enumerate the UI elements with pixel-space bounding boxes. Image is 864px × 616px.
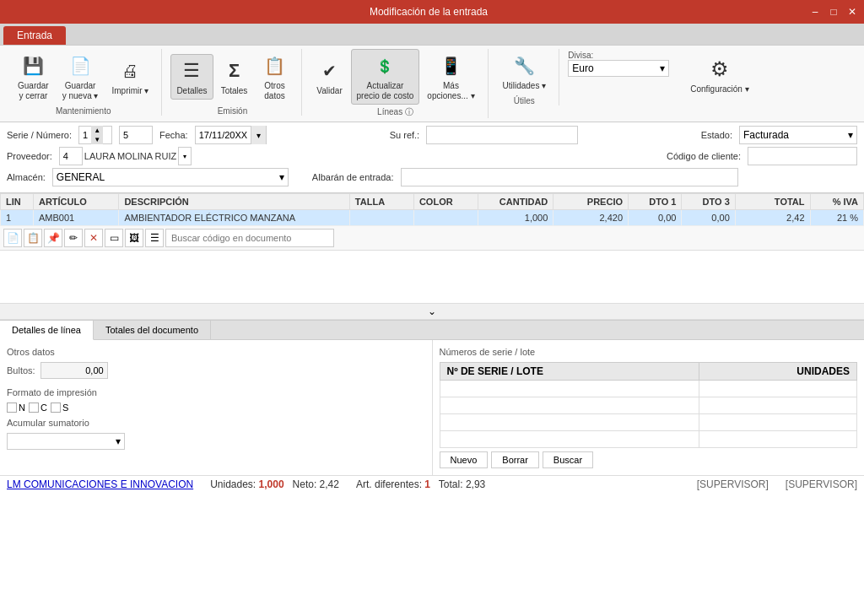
print-icon: 🖨 bbox=[116, 57, 143, 84]
validar-button[interactable]: ✔ Validar bbox=[310, 54, 349, 100]
collapse-row[interactable]: ⌄ bbox=[0, 303, 864, 320]
serie-empty-row-3 bbox=[440, 414, 857, 431]
table-row[interactable]: 1 AMB001 AMBIENTADOR ELÉCTRICO MANZANA 1… bbox=[1, 210, 864, 226]
minimize-button[interactable]: – bbox=[807, 3, 824, 20]
serie-buttons: Nuevo Borrar Buscar bbox=[440, 451, 858, 468]
configuracion-icon: ⚙ bbox=[706, 56, 733, 83]
table-section: LIN ARTÍCULO DESCRIPCIÓN TALLA COLOR CAN… bbox=[0, 193, 864, 303]
ribbon-group-mostrar: ✔ Validar 💲 Actualizarprecio de costo 📱 … bbox=[304, 49, 489, 118]
configuracion-button[interactable]: ⚙ Configuración ▾ bbox=[684, 52, 754, 98]
cell-talla bbox=[349, 210, 413, 226]
toolbar-copy-btn[interactable]: 📋 bbox=[24, 229, 42, 247]
cell-descripcion: AMBIENTADOR ELÉCTRICO MANZANA bbox=[119, 210, 349, 226]
cell-articulo: AMB001 bbox=[33, 210, 118, 226]
serie-spinner[interactable]: 1 ▲ ▼ bbox=[78, 126, 112, 144]
toolbar-edit-btn[interactable]: ✏ bbox=[64, 229, 83, 247]
ribbon-buttons-mostrar: ✔ Validar 💲 Actualizarprecio de costo 📱 … bbox=[310, 49, 481, 105]
checkbox-s[interactable] bbox=[51, 403, 61, 413]
art-status: Art. diferentes: 1 Total: 2,93 bbox=[356, 478, 485, 490]
albaran-label: Albarán de entrada: bbox=[312, 172, 394, 182]
col-header-color: COLOR bbox=[413, 194, 478, 210]
ribbon-label-mantenimiento: Mantenimiento bbox=[56, 106, 111, 116]
divisa-label: Divisa: bbox=[568, 51, 669, 60]
proveedor-dropdown-btn[interactable]: ▾ bbox=[178, 147, 192, 165]
cell-dto3: 0,00 bbox=[682, 210, 735, 226]
mas-opciones-icon: 📱 bbox=[437, 52, 464, 79]
checkbox-n-wrap: N bbox=[7, 403, 25, 413]
mas-opciones-button[interactable]: 📱 Másopciones... ▾ bbox=[421, 49, 480, 105]
checkbox-c[interactable] bbox=[29, 403, 39, 413]
proveedor-wrap: LAURA MOLINA RUIZ ▾ bbox=[59, 147, 192, 165]
tab-detalles-linea[interactable]: Detalles de línea bbox=[0, 321, 94, 340]
col-header-talla: TALLA bbox=[349, 194, 413, 210]
toolbar-img2-btn[interactable]: 🖼 bbox=[125, 229, 143, 247]
main-window: Modificación de la entrada – □ ✕ Entrada… bbox=[0, 0, 864, 616]
cell-cantidad: 1,000 bbox=[478, 210, 553, 226]
numero-input[interactable] bbox=[119, 126, 153, 144]
tab-totales-documento[interactable]: Totales del documento bbox=[94, 321, 211, 339]
bottom-content: Otros datos Bultos: Formato de impresión… bbox=[0, 340, 864, 475]
ribbon-label-emision: Emisión bbox=[218, 106, 248, 116]
save-new-icon: 📄 bbox=[67, 52, 94, 79]
checkbox-s-wrap: S bbox=[51, 403, 68, 413]
company-link[interactable]: LM COMUNICACIONES E INNOVACION bbox=[7, 478, 193, 490]
otros-datos-title: Otros datos bbox=[7, 347, 425, 357]
albaran-input[interactable] bbox=[401, 168, 738, 186]
codigo-cliente-input[interactable] bbox=[748, 147, 857, 165]
col-header-articulo: ARTÍCULO bbox=[33, 194, 118, 210]
detalles-button[interactable]: ☰ Detalles bbox=[170, 54, 213, 100]
form-area: Serie / Número: 1 ▲ ▼ Fecha: 17/11/20XX … bbox=[0, 122, 864, 193]
utilidades-button[interactable]: 🔧 Utilidades ▾ bbox=[497, 49, 553, 95]
bottom-left-panel: Otros datos Bultos: Formato de impresión… bbox=[0, 340, 433, 475]
toolbar-row: 📄 📋 📌 ✏ ✕ ▭ 🖼 ☰ bbox=[0, 226, 864, 251]
guardar-cerrar-button[interactable]: 💾 Guardary cerrar bbox=[12, 49, 55, 105]
su-ref-input[interactable] bbox=[426, 126, 578, 144]
serie-buscar-button[interactable]: Buscar bbox=[543, 451, 593, 468]
toolbar-img1-btn[interactable]: ▭ bbox=[105, 229, 123, 247]
imprimir-button[interactable]: 🖨 Imprimir ▾ bbox=[106, 54, 155, 100]
proveedor-num-input[interactable] bbox=[59, 147, 83, 165]
serie-nuevo-button[interactable]: Nuevo bbox=[440, 451, 489, 468]
guardar-nueva-button[interactable]: 📄 Guardary nueva ▾ bbox=[57, 49, 105, 105]
serie-up-btn[interactable]: ▲ bbox=[91, 126, 103, 135]
fecha-dropdown-btn[interactable]: ▾ bbox=[251, 126, 266, 144]
toolbar-img3-btn[interactable]: ☰ bbox=[145, 229, 164, 247]
otros-datos-button[interactable]: 📋 Otrosdatos bbox=[256, 49, 294, 105]
maximize-button[interactable]: □ bbox=[825, 3, 842, 20]
toolbar-delete-btn[interactable]: ✕ bbox=[84, 229, 103, 247]
supervisor1-badge: [SUPERVISOR] bbox=[697, 478, 769, 490]
ribbon-label-mostrar: Líneas ⓘ bbox=[377, 106, 413, 118]
sumatorio-select[interactable]: ▾ bbox=[7, 433, 125, 450]
toolbar-new-btn[interactable]: 📄 bbox=[3, 229, 22, 247]
ribbon-buttons-mantenimiento: 💾 Guardary cerrar 📄 Guardary nueva ▾ 🖨 I… bbox=[12, 49, 154, 105]
checkbox-n[interactable] bbox=[7, 403, 17, 413]
estado-label: Estado: bbox=[701, 130, 732, 140]
serie-borrar-button[interactable]: Borrar bbox=[491, 451, 539, 468]
toolbar-paste-btn[interactable]: 📌 bbox=[44, 229, 62, 247]
detalles-icon: ☰ bbox=[178, 57, 205, 84]
unidades-value: 1,000 bbox=[259, 478, 284, 490]
almacen-select[interactable]: GENERAL ▾ bbox=[52, 168, 289, 186]
checkbox-s-label: S bbox=[62, 403, 68, 413]
fecha-label: Fecha: bbox=[159, 130, 188, 140]
totales-button[interactable]: Σ Totales bbox=[215, 54, 254, 100]
cell-color bbox=[413, 210, 478, 226]
close-button[interactable]: ✕ bbox=[844, 3, 861, 20]
toolbar-search-input[interactable] bbox=[165, 229, 334, 247]
cell-dto1: 0,00 bbox=[629, 210, 682, 226]
estado-select[interactable]: Facturada ▾ bbox=[739, 126, 857, 144]
tab-entrada[interactable]: Entrada bbox=[3, 26, 66, 45]
total-label: Total: bbox=[439, 478, 463, 490]
proveedor-name: LAURA MOLINA RUIZ bbox=[84, 151, 176, 161]
bultos-input[interactable] bbox=[40, 362, 108, 379]
actualizar-button[interactable]: 💲 Actualizarprecio de costo bbox=[351, 49, 420, 105]
formato-checkboxes: N C S bbox=[7, 403, 425, 413]
divisa-select[interactable]: Euro ▾ bbox=[568, 60, 669, 77]
col-header-precio: PRECIO bbox=[554, 194, 629, 210]
cell-iva: 21 % bbox=[810, 210, 863, 226]
window-controls: – □ ✕ bbox=[807, 3, 864, 20]
serie-lote-table: Nº DE SERIE / LOTE UNIDADES bbox=[440, 362, 858, 448]
data-table: LIN ARTÍCULO DESCRIPCIÓN TALLA COLOR CAN… bbox=[0, 193, 864, 226]
fecha-input[interactable]: 17/11/20XX ▾ bbox=[195, 126, 267, 144]
serie-down-btn[interactable]: ▼ bbox=[91, 135, 103, 144]
